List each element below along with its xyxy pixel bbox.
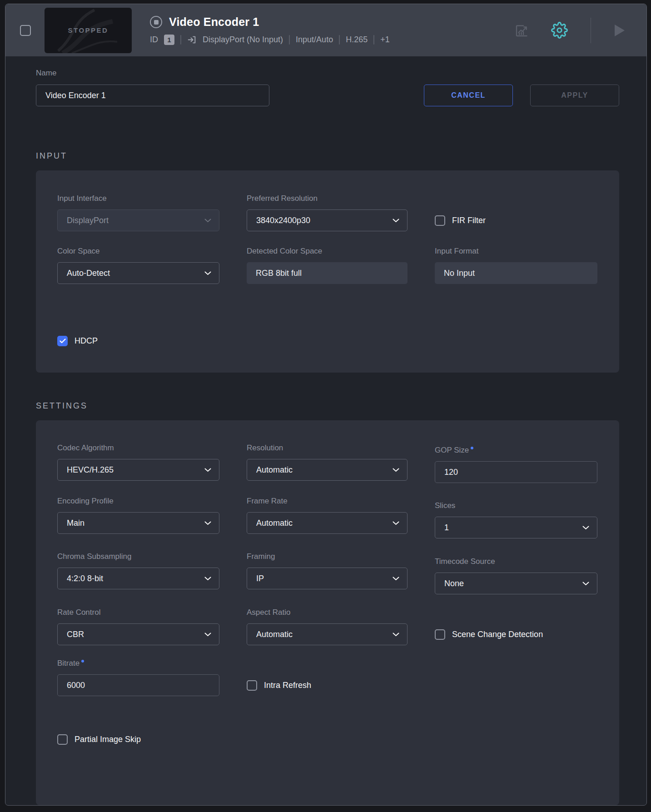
scene-change-detection-checkbox[interactable] [435, 629, 445, 640]
bitrate-input[interactable] [57, 674, 219, 696]
framing-select[interactable]: IP [247, 568, 407, 589]
color-space-field: Color Space Auto-Detect [57, 247, 219, 284]
chevron-down-icon [393, 521, 399, 525]
encoder-header: STOPPED Video Encoder 1 ID 1 DisplayPor [5, 4, 646, 56]
name-input[interactable] [36, 85, 269, 106]
gear-icon[interactable] [551, 22, 568, 39]
detected-color-space-label: Detected Color Space [247, 247, 407, 256]
stop-circle-icon [150, 16, 162, 28]
timecode-source-field: Timecode Source None [435, 557, 597, 594]
cancel-button[interactable]: CANCEL [424, 85, 513, 106]
input-source-icon [187, 35, 197, 45]
apply-button[interactable]: APPLY [530, 85, 619, 106]
meta-separator [373, 35, 374, 45]
chevron-down-icon [393, 577, 399, 581]
chroma-subsampling-select[interactable]: 4:2:0 8-bit [57, 568, 219, 589]
framing-field: Framing IP [247, 552, 407, 589]
name-label: Name [36, 69, 269, 78]
aspect-ratio-label: Aspect Ratio [247, 608, 407, 617]
codec-algorithm-label: Codec Algorithm [57, 443, 219, 453]
gop-size-input[interactable] [435, 461, 597, 483]
modified-dot [471, 447, 473, 449]
input-source-label: DisplayPort (No Input) [203, 35, 283, 45]
play-icon[interactable] [615, 25, 625, 36]
partial-image-skip-checkbox[interactable] [57, 734, 68, 745]
chevron-down-icon [204, 219, 211, 223]
frame-rate-field: Frame Rate Automatic [247, 497, 407, 534]
slices-label: Slices [435, 501, 597, 510]
gop-size-label: GOP Size [435, 446, 597, 455]
fir-filter-label: FIR Filter [452, 216, 486, 225]
intra-refresh-checkbox[interactable] [247, 680, 257, 691]
detected-color-space-value: RGB 8bit full [247, 262, 407, 284]
preview-thumbnail: STOPPED [45, 8, 132, 53]
aspect-ratio-select[interactable]: Automatic [247, 623, 407, 645]
title-block: Video Encoder 1 ID 1 DisplayPort (No Inp… [150, 15, 390, 45]
encoder-meta: ID 1 DisplayPort (No Input) Input/Auto H… [150, 35, 390, 45]
status-badge: STOPPED [68, 26, 109, 34]
scene-change-detection-field: Scene Change Detection [435, 629, 597, 640]
intra-refresh-field: Intra Refresh [247, 680, 407, 691]
input-format-label: Input Format [435, 247, 597, 256]
codec-algorithm-select[interactable]: HEVC/H.265 [57, 459, 219, 481]
input-format-value: No Input [435, 262, 597, 284]
chroma-subsampling-field: Chroma Subsampling 4:2:0 8-bit [57, 552, 219, 589]
chevron-down-icon [204, 521, 211, 525]
chevron-down-icon [204, 271, 211, 275]
preferred-resolution-field: Preferred Resolution 3840x2400p30 [247, 194, 407, 231]
meta-separator [180, 35, 181, 45]
intra-refresh-label: Intra Refresh [264, 681, 311, 690]
preferred-resolution-select[interactable]: 3840x2400p30 [247, 209, 407, 231]
codec-algorithm-field: Codec Algorithm HEVC/H.265 [57, 443, 219, 481]
input-section-title: INPUT [36, 151, 646, 161]
encoder-form: Name CANCEL APPLY INPUT Input Interface … [5, 56, 646, 805]
input-interface-label: Input Interface [57, 194, 219, 203]
color-space-select[interactable]: Auto-Detect [57, 262, 219, 284]
stats-chart-icon[interactable] [514, 22, 530, 39]
header-actions [514, 18, 625, 43]
slices-field: Slices 1 [435, 501, 597, 538]
slices-select[interactable]: 1 [435, 517, 597, 538]
meta-separator [289, 35, 290, 45]
hdcp-checkbox[interactable] [57, 336, 68, 346]
settings-section-title: SETTINGS [36, 401, 646, 411]
chevron-down-icon [393, 633, 399, 637]
input-interface-select: DisplayPort [57, 209, 219, 231]
framing-label: Framing [247, 552, 407, 561]
rate-control-select[interactable]: CBR [57, 623, 219, 645]
input-card: Input Interface DisplayPort Preferred Re… [36, 170, 619, 373]
color-space-label: Color Space [57, 247, 219, 256]
modified-dot [81, 660, 84, 663]
more-count-label: +1 [380, 35, 390, 45]
frame-rate-select[interactable]: Automatic [247, 512, 407, 534]
chroma-subsampling-label: Chroma Subsampling [57, 552, 219, 561]
rate-control-field: Rate Control CBR [57, 608, 219, 645]
encoder-select-checkbox[interactable] [20, 25, 31, 36]
detected-color-space-field: Detected Color Space RGB 8bit full [247, 247, 407, 284]
timecode-source-select[interactable]: None [435, 573, 597, 594]
id-badge: 1 [164, 35, 174, 45]
codec-label: H.265 [346, 35, 368, 45]
name-field-group: Name [36, 69, 269, 106]
chevron-down-icon [204, 468, 211, 472]
chevron-down-icon [393, 468, 399, 472]
encoder-detail-panel: STOPPED Video Encoder 1 ID 1 DisplayPor [5, 4, 647, 806]
meta-separator [339, 35, 340, 45]
encoding-profile-field: Encoding Profile Main [57, 497, 219, 534]
encoding-profile-select[interactable]: Main [57, 512, 219, 534]
hdcp-field: HDCP [57, 336, 598, 346]
partial-image-skip-label: Partial Image Skip [75, 735, 141, 744]
form-actions: CANCEL APPLY [424, 85, 619, 106]
scene-change-detection-label: Scene Change Detection [452, 630, 543, 639]
bitrate-field: Bitrate [57, 659, 219, 696]
frame-rate-label: Frame Rate [247, 497, 407, 506]
rate-control-label: Rate Control [57, 608, 219, 617]
id-label: ID [150, 35, 158, 45]
chevron-down-icon [393, 219, 399, 223]
gop-size-field: GOP Size [435, 446, 597, 483]
mode-label: Input/Auto [296, 35, 333, 45]
header-divider [591, 18, 591, 43]
resolution-select[interactable]: Automatic [247, 459, 407, 481]
chevron-down-icon [204, 633, 211, 637]
fir-filter-checkbox[interactable] [435, 215, 445, 226]
